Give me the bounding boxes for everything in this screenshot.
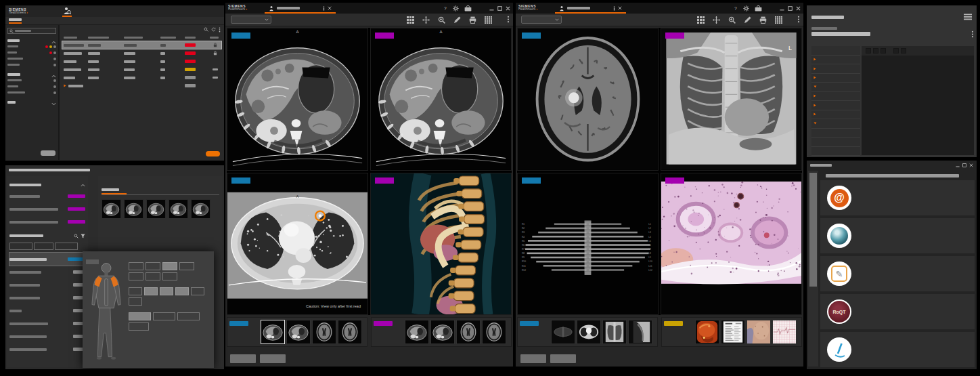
image-thumbnail-ecg[interactable] [772,320,797,344]
sidebar-item[interactable] [7,56,56,62]
chevron-up-icon[interactable] [51,41,56,44]
image-thumbnail-cxr[interactable] [602,320,627,344]
layout-select[interactable] [521,16,562,24]
arrow-right-icon[interactable] [814,104,816,107]
image-thumbnail-doc[interactable] [721,320,745,344]
body-region-button[interactable] [191,287,204,295]
more-icon[interactable] [507,16,510,23]
body-region-button[interactable] [129,312,151,320]
layout-select[interactable] [231,16,271,24]
sidebar-section-header[interactable] [7,38,56,43]
report-editor[interactable] [862,46,974,155]
patient-tab[interactable] [265,3,336,14]
series-list-item[interactable] [9,304,85,317]
annotate-icon[interactable] [744,16,751,24]
body-region-button[interactable] [175,287,189,295]
close-icon[interactable] [969,163,973,167]
sidebar-item[interactable] [7,77,56,83]
image-thumbnail-mammo[interactable] [551,320,575,344]
tab-patient-search[interactable] [62,7,72,17]
refresh-icon[interactable] [211,27,216,32]
info-icon[interactable] [323,6,325,11]
filter-box[interactable] [34,243,53,250]
series-list-item[interactable] [9,343,85,356]
body-region-button[interactable] [129,272,143,280]
series-list-item[interactable] [9,317,85,330]
mpr-grid-icon[interactable] [485,16,492,24]
mpr-grid-icon[interactable] [775,16,782,24]
print-icon[interactable] [759,16,767,24]
image-thumbnail-ct[interactable] [430,320,455,344]
body-region-button[interactable] [129,287,142,295]
viewport-lung_ct[interactable]: A Caution: View only after first read [227,173,368,316]
report-nav-item[interactable] [811,101,860,110]
arrow-right-icon[interactable] [814,112,816,116]
sidebar-item[interactable] [7,83,56,89]
report-nav-item[interactable] [811,147,860,156]
arrow-down-icon[interactable] [814,122,817,125]
table-row[interactable] [62,49,221,57]
search-icon[interactable] [74,234,79,238]
arrow-right-icon[interactable] [814,67,816,70]
series-list-item[interactable] [9,253,85,266]
report-nav-item[interactable] [811,119,860,129]
list-item[interactable] [9,203,85,215]
table-row[interactable] [62,58,221,65]
image-thumbnail-brain[interactable] [338,320,362,344]
series-thumbnail[interactable] [124,199,143,218]
series-thumbnail[interactable] [102,199,121,218]
report-nav-item[interactable] [811,56,860,65]
sidebar-item[interactable] [7,89,56,96]
image-thumbnail-skin[interactable] [747,320,771,344]
primary-action-button[interactable] [206,151,220,156]
filter-box[interactable] [55,243,78,250]
toolbox-icon[interactable] [755,5,762,12]
close-icon[interactable] [328,6,332,10]
report-nav-item[interactable] [811,64,860,74]
toolbar-button[interactable] [881,48,886,54]
body-region-button[interactable] [129,297,142,306]
tab-active[interactable] [102,188,127,194]
patient-search-icon[interactable] [63,7,71,15]
viewport-chest_xray[interactable]: L [661,28,802,171]
panel-section-header[interactable] [9,180,85,190]
body-region-button[interactable] [153,312,175,320]
maximize-icon[interactable] [497,6,502,11]
close-icon[interactable] [796,6,801,11]
status-button[interactable] [520,354,546,363]
report-nav-item[interactable] [811,74,860,83]
toolbar-button[interactable] [873,48,878,54]
layout-grid-icon[interactable] [407,16,414,24]
report-nav-item[interactable] [811,138,860,147]
minimize-icon[interactable] [780,6,784,11]
image-thumbnail-endo[interactable] [695,320,719,344]
settings-icon[interactable] [743,5,749,12]
viewport-ct_abdomen[interactable]: A [370,28,512,171]
viewport-histology[interactable] [661,173,802,316]
report-nav-item[interactable] [811,92,860,102]
print-icon[interactable] [469,16,476,24]
body-region-button[interactable] [146,272,160,280]
report-nav-item[interactable] [811,83,860,92]
more-icon[interactable] [797,16,800,23]
body-region-button[interactable] [129,262,143,270]
sidebar-item[interactable] [7,43,56,49]
series-list-item[interactable] [9,330,85,343]
report-nav-item[interactable] [811,110,860,120]
body-region-button[interactable] [144,287,158,295]
toolbar-button[interactable] [866,48,871,54]
annotate-icon[interactable] [453,16,461,24]
table-expand-row[interactable] [62,82,221,89]
image-thumbnail-ct[interactable] [405,320,429,344]
maximize-icon[interactable] [788,6,793,11]
help-icon[interactable]: ? [734,5,738,11]
image-thumbnail-chest_ct[interactable] [577,320,601,344]
status-button[interactable] [260,354,286,363]
series-thumbnail[interactable] [191,199,210,218]
sidebar-action-button[interactable] [41,150,55,156]
image-thumbnail-brain[interactable] [312,320,336,344]
filter-icon[interactable] [81,234,85,238]
app-card[interactable]: RoQT [820,294,975,329]
image-thumbnail-ct[interactable] [286,320,311,344]
image-thumbnail-ct[interactable] [261,320,285,344]
